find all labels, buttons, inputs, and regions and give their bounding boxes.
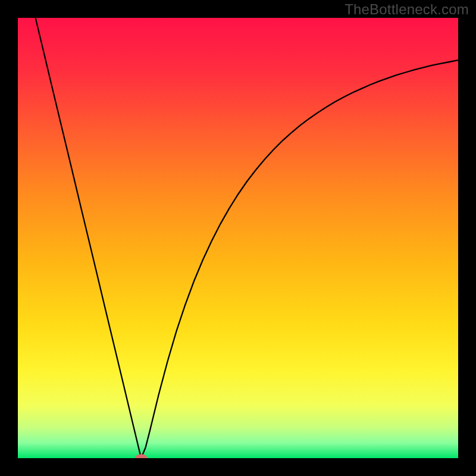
chart-frame: TheBottleneck.com [0,0,476,476]
watermark-text: TheBottleneck.com [345,1,469,18]
optimal-point-marker [135,454,148,462]
plot-background [18,18,458,458]
bottleneck-chart [0,0,476,476]
